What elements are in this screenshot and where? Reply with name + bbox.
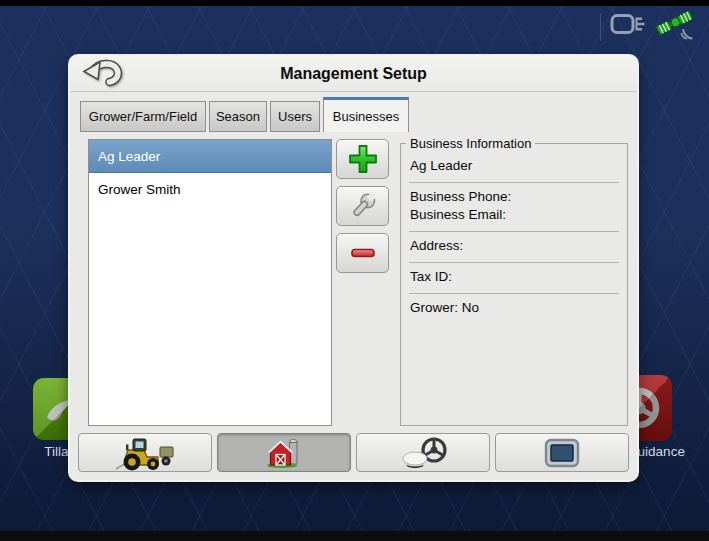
nav-management-button[interactable] — [217, 433, 351, 472]
business-taxid-label: Tax ID: — [409, 263, 619, 294]
nav-display-button[interactable] — [495, 433, 629, 472]
business-email-label: Business Email: — [410, 206, 619, 224]
minus-icon — [347, 237, 379, 269]
nav-vehicle-button[interactable] — [78, 433, 212, 472]
nav-guidance-button[interactable] — [356, 433, 490, 472]
add-button[interactable] — [336, 139, 389, 179]
business-address-label: Address: — [409, 232, 619, 263]
bottom-bezel — [0, 531, 709, 541]
wrench-icon — [347, 190, 379, 222]
remove-button[interactable] — [336, 233, 389, 273]
management-setup-dialog: Management Setup Grower/Farm/Field Seaso… — [70, 56, 637, 480]
ag-display-screen: Tillage Guidance Management Setup Grower… — [0, 0, 709, 541]
tab-grower-farm-field[interactable]: Grower/Farm/Field — [80, 101, 206, 132]
page-title: Management Setup — [70, 56, 637, 92]
monitor-icon — [541, 436, 583, 470]
tab-season[interactable]: Season — [209, 101, 267, 132]
business-list[interactable]: Ag Leader Grower Smith — [88, 139, 332, 426]
tractor-icon — [113, 433, 177, 473]
gps-satellite-icon[interactable] — [655, 8, 701, 46]
list-item[interactable]: Grower Smith — [89, 173, 331, 206]
status-separator — [600, 13, 601, 41]
tab-users[interactable]: Users — [270, 101, 320, 132]
business-grower-label: Grower: No — [409, 294, 619, 324]
business-contact: Business Phone: Business Email: — [409, 183, 619, 232]
panel-legend: Business Information — [406, 136, 535, 151]
gps-steering-icon — [394, 435, 452, 471]
bottom-nav — [78, 433, 629, 472]
business-name: Ag Leader — [409, 152, 619, 183]
list-item[interactable]: Ag Leader — [89, 140, 331, 173]
tab-bar: Grower/Farm/Field Season Users Businesse… — [80, 97, 412, 132]
display-link-icon[interactable] — [610, 11, 646, 43]
dialog-header: Management Setup — [70, 56, 637, 92]
business-phone-label: Business Phone: — [410, 188, 619, 206]
business-information-panel: Business Information Ag Leader Business … — [400, 136, 628, 426]
tab-businesses[interactable]: Businesses — [323, 97, 409, 132]
status-bar — [600, 8, 701, 46]
barn-icon — [263, 435, 305, 471]
plus-icon — [347, 143, 379, 175]
edit-button[interactable] — [336, 186, 389, 226]
